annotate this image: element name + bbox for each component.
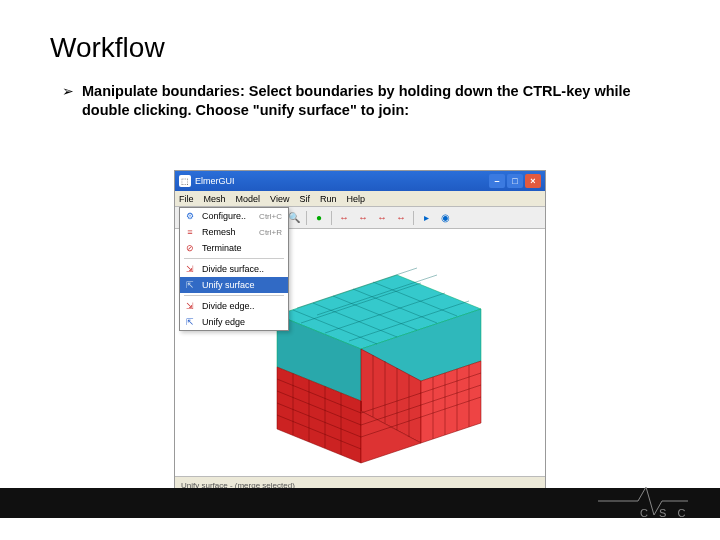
maximize-button[interactable]: □ <box>507 174 523 188</box>
svg-text:C S C: C S C <box>640 507 689 519</box>
gear-icon: ⚙ <box>184 210 196 222</box>
menu-model[interactable]: Model <box>236 194 261 204</box>
menu-run[interactable]: Run <box>320 194 337 204</box>
divide-edge-icon: ⇲ <box>184 300 196 312</box>
play-icon[interactable]: ▸ <box>418 210 434 226</box>
arrow1-icon[interactable]: ↔ <box>336 210 352 226</box>
divide-surface-icon: ⇲ <box>184 263 196 275</box>
menu-terminate[interactable]: ⊘ Terminate <box>180 240 288 256</box>
csc-logo: C S C <box>596 481 692 521</box>
arrow-bullet-icon: ➢ <box>62 82 74 100</box>
bullet-text: Manipulate boundaries: Select boundaries… <box>82 82 670 120</box>
menu-help[interactable]: Help <box>346 194 365 204</box>
menu-divide-surface[interactable]: ⇲ Divide surface.. <box>180 261 288 277</box>
close-button[interactable]: × <box>525 174 541 188</box>
unify-edge-icon: ⇱ <box>184 316 196 328</box>
menubar: File Mesh Model View Sif Run Help <box>175 191 545 207</box>
menu-sif[interactable]: Sif <box>299 194 310 204</box>
run-icon[interactable]: ● <box>311 210 327 226</box>
menu-remesh[interactable]: ≡ Remesh Ctrl+R <box>180 224 288 240</box>
arrow4-icon[interactable]: ↔ <box>393 210 409 226</box>
menu-unify-edge[interactable]: ⇱ Unify edge <box>180 314 288 330</box>
menu-file[interactable]: File <box>179 194 194 204</box>
app-icon: ⬚ <box>179 175 191 187</box>
minimize-button[interactable]: – <box>489 174 505 188</box>
menu-view[interactable]: View <box>270 194 289 204</box>
page-title: Workflow <box>0 0 720 74</box>
arrow2-icon[interactable]: ↔ <box>355 210 371 226</box>
menu-configure[interactable]: ⚙ Configure.. Ctrl+C <box>180 208 288 224</box>
app-window: ⬚ ElmerGUI – □ × File Mesh Model View Si… <box>174 170 546 495</box>
menu-divide-edge[interactable]: ⇲ Divide edge.. <box>180 298 288 314</box>
unify-surface-icon: ⇱ <box>184 279 196 291</box>
mesh-menu-dropdown: ⚙ Configure.. Ctrl+C ≡ Remesh Ctrl+R ⊘ T… <box>179 207 289 331</box>
titlebar: ⬚ ElmerGUI – □ × <box>175 171 545 191</box>
terminate-icon: ⊘ <box>184 242 196 254</box>
bullet-item: ➢ Manipulate boundaries: Select boundari… <box>0 74 720 120</box>
target-icon[interactable]: ◉ <box>437 210 453 226</box>
arrow3-icon[interactable]: ↔ <box>374 210 390 226</box>
menu-unify-surface[interactable]: ⇱ Unify surface <box>180 277 288 293</box>
remesh-icon: ≡ <box>184 226 196 238</box>
window-title: ElmerGUI <box>195 176 489 186</box>
menu-mesh[interactable]: Mesh <box>204 194 226 204</box>
